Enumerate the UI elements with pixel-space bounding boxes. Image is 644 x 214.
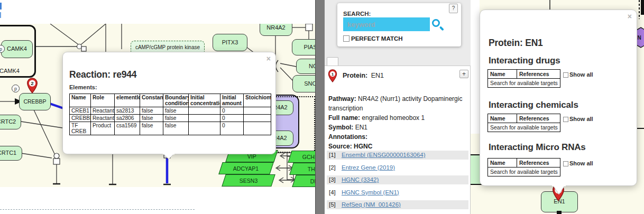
- elements-label: Elements:: [69, 84, 97, 90]
- annotation-number: [4]: [329, 189, 342, 196]
- results-body: 1 Protein: EN1 + Pathway: NR4A2 (Nurr1) …: [325, 66, 471, 214]
- table-row: TF CREBProduct csa1569false false 0: [70, 122, 271, 135]
- table-row: CREB1Reactant sa2813false false 0: [70, 107, 271, 115]
- en1-popup: × Protein: EN1 Interacting drugs NameRef…: [480, 10, 637, 186]
- inhibition-bars: [53, 184, 171, 184]
- reaction-popup-tail: [163, 154, 174, 160]
- svg-text:2: 2: [31, 80, 33, 86]
- help-button[interactable]: ?: [449, 4, 458, 13]
- section-heading-drugs: Interacting drugs: [489, 55, 560, 66]
- node-th[interactable]: TH: [289, 163, 315, 175]
- section-heading-mirnas: Interacting Micro RNAs: [489, 142, 586, 153]
- compartment-label: CAMK4: [0, 68, 20, 74]
- app-screen: CAMK4 CAMK4 p cAMP/cGMP protein kinase P…: [0, 0, 644, 214]
- result-pin-icon: 1: [328, 69, 337, 82]
- annotation-number: [2]: [329, 164, 342, 171]
- panel-divider[interactable]: [315, 0, 325, 214]
- col-references: References: [517, 159, 560, 168]
- svg-text:1: 1: [332, 72, 334, 77]
- annotation-list: [1]Ensembl (ENSG00000163064) [2]Entrez G…: [326, 151, 470, 214]
- search-icon[interactable]: [432, 19, 440, 27]
- result-info: Pathway: NR4A2 (Nurr1) activity Dopamine…: [328, 94, 465, 151]
- col-name: Name: [488, 70, 517, 79]
- en1-popup-tail: [552, 185, 566, 196]
- table-row: CREBBPReactant sa2806false false 0: [70, 115, 271, 122]
- map-white-margin: [471, 0, 480, 134]
- node-pitx3[interactable]: PITX3: [213, 34, 247, 51]
- show-all-drugs: Show all: [563, 71, 593, 78]
- node-camk4[interactable]: CAMK4: [1, 40, 33, 58]
- map-bottom-margin: [0, 187, 315, 214]
- map-top-margin: [0, 0, 315, 24]
- table-header-row: NameRole elementIdConstant Boundary cond…: [70, 94, 271, 107]
- annotation-number: [3]: [329, 176, 342, 183]
- results-tab[interactable]: [327, 57, 338, 66]
- search-label: SEARCH:: [343, 11, 371, 17]
- right-map-canvas[interactable]: N EN1 1 × Protein: EN1 Interacting drugs…: [471, 0, 644, 214]
- chemicals-table: NameReferences Search for available targ…: [487, 114, 560, 132]
- col-name: Name: [488, 114, 517, 123]
- search-card: SEARCH: PERFECT MATCH: [337, 3, 461, 46]
- drugs-table: NameReferences Search for available targ…: [487, 69, 560, 88]
- search-results-panel: SEARCH: PERFECT MATCH ? 1 Protein: EN1 +…: [325, 0, 471, 214]
- symbol-field: Symbol: EN1: [328, 123, 465, 132]
- annotation-link[interactable]: HGNC (3342): [342, 176, 379, 183]
- map-edge-fragment: [0, 12, 1, 18]
- node-gch1[interactable]: GCH1: [288, 151, 315, 163]
- node-ddc[interactable]: DDC: [292, 175, 315, 187]
- annotation-row: [5]RefSeq (NM_001426): [327, 200, 468, 209]
- node-crtc2[interactable]: CRTC2: [0, 115, 21, 129]
- result-title-label: Protein:: [343, 72, 367, 79]
- node-crtc1[interactable]: CRTC1: [0, 146, 22, 161]
- annotation-row: [4]HGNC Symbol (EN1): [327, 188, 468, 197]
- annotation-row: [2]Entrez Gene (2019): [327, 163, 468, 172]
- col-references: References: [517, 114, 560, 123]
- annotation-link[interactable]: RefSeq (NM_001426): [342, 201, 401, 208]
- node-sesn3[interactable]: SESN3: [222, 174, 275, 187]
- hexagon-label: N: [637, 35, 641, 41]
- node-adcyap1[interactable]: ADCYAP1: [218, 162, 273, 174]
- node-pias4[interactable]: PIAS4: [292, 39, 315, 55]
- show-all-mirnas: Show all: [563, 160, 593, 166]
- fullname-field: Full name: engrailed homeobox 1: [328, 113, 465, 123]
- show-all-checkbox[interactable]: [563, 117, 568, 122]
- annotation-link[interactable]: HGNC Symbol (EN1): [342, 189, 399, 196]
- show-all-checkbox[interactable]: [563, 161, 568, 166]
- section-heading-chemicals: Interacting chemicals: [489, 100, 578, 110]
- close-icon[interactable]: ×: [266, 55, 271, 62]
- result-title: Protein: EN1: [343, 72, 384, 79]
- left-map-canvas[interactable]: CAMK4 CAMK4 p cAMP/cGMP protein kinase P…: [0, 0, 315, 214]
- annotations-label: Annotations:: [328, 132, 465, 142]
- source-field: Source: HGNC: [328, 142, 465, 151]
- show-all-chemicals: Show all: [563, 116, 593, 122]
- search-targets-row: Search for available targets: [488, 168, 560, 176]
- search-input[interactable]: [343, 17, 430, 31]
- node-crebbp[interactable]: CREBBP: [19, 93, 51, 110]
- show-all-checkbox[interactable]: [563, 72, 568, 78]
- map-boundary-dashed: [0, 209, 195, 210]
- result-title-value: EN1: [371, 72, 384, 79]
- annotation-row: [3]HGNC (3342): [327, 175, 468, 184]
- annotation-link[interactable]: Entrez Gene (2019): [342, 164, 395, 171]
- search-icon-handle: [439, 26, 444, 31]
- phospho-badge: p: [12, 85, 20, 92]
- col-references: References: [517, 70, 560, 79]
- reaction-popup: × Reaction: re944 Elements: NameRole ele…: [62, 52, 276, 154]
- perfect-match-checkbox[interactable]: [343, 35, 349, 42]
- en1-popup-title: Protein: EN1: [489, 38, 543, 49]
- reaction-popup-title: Reaction: re944: [69, 69, 136, 80]
- node-snca[interactable]: SNCA: [292, 75, 315, 92]
- search-targets-row: Search for available targets: [488, 79, 560, 88]
- col-name: Name: [488, 159, 517, 168]
- search-targets-row: Search for available targets: [488, 123, 560, 132]
- annotation-link[interactable]: Ensembl (ENSG00000163064): [342, 152, 426, 158]
- close-icon[interactable]: ×: [628, 13, 632, 20]
- annotation-row: [1]Ensembl (ENSG00000163064): [327, 151, 468, 160]
- annotation-number: [1]: [329, 152, 342, 158]
- modification-box: [557, 211, 562, 214]
- pathway-field: Pathway: NR4A2 (Nurr1) activity Dopamine…: [328, 94, 465, 113]
- node-nc[interactable]: NC: [296, 59, 315, 74]
- marker-pin-crebbp[interactable]: 2: [26, 78, 38, 94]
- annotation-number: [5]: [329, 201, 342, 208]
- add-overlay-button[interactable]: +: [459, 70, 468, 78]
